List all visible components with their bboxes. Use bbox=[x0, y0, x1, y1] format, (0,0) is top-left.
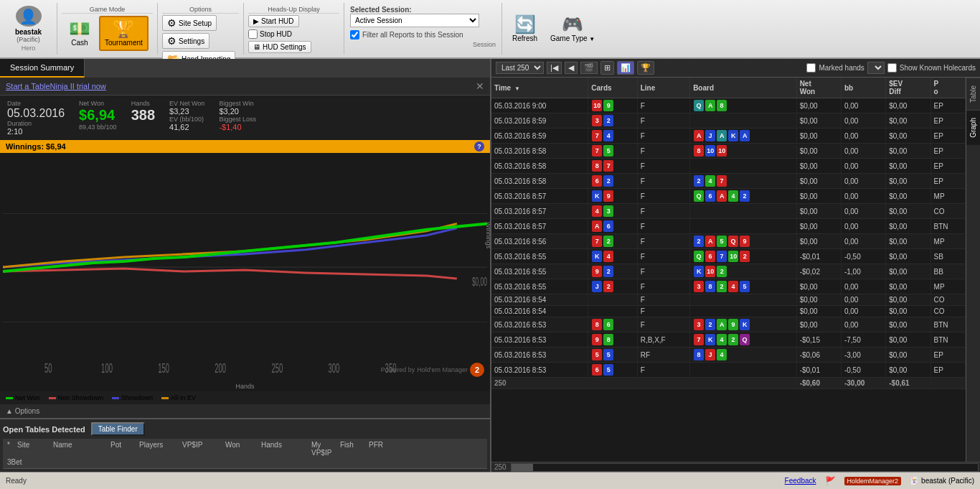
th-time[interactable]: Time ▼ bbox=[491, 78, 588, 98]
hand-pos: MP bbox=[930, 189, 965, 204]
hand-board bbox=[690, 294, 797, 306]
table-row[interactable]: 05.03.2016 8:54 F $0,00 0,00 $0,00 CO bbox=[491, 306, 966, 317]
card: 9 bbox=[603, 190, 613, 202]
toolbar: 👤 beastak (Pacific) Hero Game Mode 💵 Cas… bbox=[0, 0, 980, 59]
hands-table[interactable]: Time ▼ Cards Line Board NetWon bb $EVDif… bbox=[491, 78, 966, 462]
card: 6 bbox=[592, 364, 602, 376]
hand-time: 05.03.2016 8:57 bbox=[491, 219, 588, 234]
table-finder-button[interactable]: Table Finder bbox=[91, 422, 145, 436]
hand-time: 05.03.2016 8:57 bbox=[491, 189, 588, 204]
table-row[interactable]: 05.03.2016 8:53 98 R,B,X,F 7K42Q -$0,15 … bbox=[491, 332, 966, 348]
settings-button[interactable]: ⚙ Settings bbox=[162, 33, 209, 49]
legend-allin-ev-dot bbox=[161, 397, 169, 399]
status-text: Ready bbox=[6, 477, 779, 485]
last-hands-select[interactable]: Last 250 bbox=[496, 62, 544, 74]
start-hud-button[interactable]: ▶ Start HUD bbox=[248, 15, 299, 27]
session-select[interactable]: Active Session bbox=[350, 14, 479, 27]
th-cards[interactable]: Cards bbox=[588, 78, 637, 98]
table-row[interactable]: 05.03.2016 8:54 F $0,00 0,00 $0,00 CO bbox=[491, 294, 966, 306]
stop-hud-checkbox[interactable] bbox=[248, 29, 258, 39]
svg-text:150: 150 bbox=[158, 361, 169, 376]
table-row[interactable]: 05.03.2016 8:58 75 F 81010 $0,00 0,00 $0… bbox=[491, 144, 966, 159]
bottom-scroll[interactable]: 250 bbox=[491, 462, 980, 472]
table-row[interactable]: 05.03.2016 8:53 86 F 32A9K $0,00 0,00 $0… bbox=[491, 317, 966, 332]
card: 6 bbox=[603, 319, 613, 330]
th-net-won[interactable]: NetWon bbox=[796, 78, 841, 98]
th-ev-diff[interactable]: $EVDiff bbox=[886, 78, 930, 98]
grid-view-button[interactable]: ⊞ bbox=[600, 61, 614, 75]
chart-area: 50 100 150 200 250 300 350 $0,00 Winning… bbox=[0, 153, 490, 383]
table-row[interactable]: 05.03.2016 8:58 62 F 247 $0,00 0,00 $0,0… bbox=[491, 174, 966, 189]
game-type-button[interactable]: 🎮 Game Type ▼ bbox=[546, 13, 599, 45]
feedback-link[interactable]: Feedback bbox=[785, 477, 816, 485]
table-row[interactable]: 05.03.2016 8:57 K9 F Q6A42 $0,00 0,00 $0… bbox=[491, 189, 966, 204]
th-line[interactable]: Line bbox=[637, 78, 689, 98]
marked-hands-checkbox[interactable] bbox=[806, 63, 816, 73]
hand-pos: EP bbox=[930, 159, 965, 174]
graph-tab[interactable]: Graph bbox=[966, 110, 980, 145]
card: K bbox=[740, 319, 750, 330]
site-setup-button[interactable]: ⚙ Site Setup bbox=[162, 15, 217, 31]
marked-hands-select[interactable] bbox=[867, 62, 885, 74]
card: 3 bbox=[694, 281, 704, 292]
session-summary-tab[interactable]: Session Summary bbox=[0, 59, 85, 78]
chart-legend: Net Won Non Showdown Showdown All-In EV bbox=[0, 391, 490, 404]
hud-settings-button[interactable]: 🖥 HUD Settings bbox=[248, 41, 311, 53]
hand-pos: EP bbox=[930, 98, 965, 113]
show-holecards-checkbox[interactable] bbox=[887, 63, 897, 73]
options-bar[interactable]: ▲ Options bbox=[0, 404, 490, 418]
hand-time: 05.03.2016 8:54 bbox=[491, 306, 588, 317]
hand-ev-diff: $0,00 bbox=[886, 264, 930, 279]
bar-view-button[interactable]: 📊 bbox=[617, 61, 634, 75]
trophy-view-button[interactable]: 🏆 bbox=[637, 61, 654, 75]
table-row[interactable]: 05.03.2016 8:58 87 F $0,00 0,00 $0,00 EP bbox=[491, 159, 966, 174]
hand-bb: 0,00 bbox=[841, 144, 885, 159]
hand-line: F bbox=[637, 159, 689, 174]
winnings-help-button[interactable]: ? bbox=[474, 141, 484, 152]
table-row[interactable]: 05.03.2016 8:53 65 F -$0,01 -0,50 $0,00 … bbox=[491, 363, 966, 378]
table-tab[interactable]: Table bbox=[966, 78, 980, 110]
replay-button[interactable]: 🎬 bbox=[580, 62, 598, 74]
stop-hud-label: Stop HUD bbox=[260, 30, 292, 38]
table-row[interactable]: 05.03.2016 8:55 K4 F Q67102 -$0,01 -0,50… bbox=[491, 249, 966, 264]
horizontal-scrollbar[interactable] bbox=[511, 463, 979, 472]
th-bb[interactable]: bb bbox=[841, 78, 885, 98]
trial-close-button[interactable]: ✕ bbox=[476, 80, 484, 92]
open-tables-header: Open Tables Detected Table Finder bbox=[3, 422, 487, 436]
tournament-label: Tournament bbox=[105, 39, 143, 47]
nav-prev-button[interactable]: ◀ bbox=[565, 62, 578, 74]
table-row[interactable]: 05.03.2016 8:53 55 RF 8J4 -$0,06 -3,00 $… bbox=[491, 348, 966, 363]
hand-cards: 86 bbox=[588, 317, 637, 332]
table-row[interactable]: 05.03.2016 9:00 109 F QA8 $0,00 0,00 $0,… bbox=[491, 98, 966, 113]
net-won-value: $6,94 bbox=[79, 107, 115, 124]
scroll-handle[interactable] bbox=[512, 464, 533, 471]
refresh-button[interactable]: 🔄 Refresh bbox=[508, 13, 542, 45]
table-row[interactable]: 05.03.2016 8:55 J2 F 38245 $0,00 0,00 $0… bbox=[491, 279, 966, 294]
game-type-icon: 🎮 bbox=[562, 16, 583, 33]
th-pos[interactable]: Po bbox=[930, 78, 965, 98]
table-row[interactable]: 05.03.2016 8:57 A6 F $0,00 0,00 $0,00 BT… bbox=[491, 219, 966, 234]
net-won-label: Net Won bbox=[79, 100, 104, 107]
table-row[interactable]: 05.03.2016 8:57 43 F $0,00 0,00 $0,00 CO bbox=[491, 204, 966, 219]
table-row[interactable]: 05.03.2016 8:56 72 F 2A5Q9 $0,00 0,00 $0… bbox=[491, 234, 966, 249]
card: 7 bbox=[592, 145, 602, 157]
table-header-row: Time ▼ Cards Line Board NetWon bb $EVDif… bbox=[491, 78, 966, 98]
hand-time: 05.03.2016 8:55 bbox=[491, 249, 588, 264]
hand-time: 05.03.2016 8:54 bbox=[491, 294, 588, 306]
th-board[interactable]: Board bbox=[690, 78, 797, 98]
hand-line: RF bbox=[637, 348, 689, 363]
table-row[interactable]: 05.03.2016 8:59 32 F $0,00 0,00 $0,00 EP bbox=[491, 113, 966, 129]
stop-hud-button[interactable]: Stop HUD bbox=[248, 29, 292, 39]
table-row[interactable]: 05.03.2016 8:59 74 F AJAKA $0,00 0,00 $0… bbox=[491, 129, 966, 144]
trial-link[interactable]: Start a TableNinja II trial now bbox=[6, 82, 106, 90]
hand-pos: CO bbox=[930, 204, 965, 219]
cash-button[interactable]: 💵 Cash bbox=[62, 17, 98, 50]
filter-checkbox[interactable] bbox=[350, 30, 359, 39]
tournament-button[interactable]: 🏆 Tournament bbox=[99, 16, 149, 51]
hand-cards: A6 bbox=[588, 219, 637, 234]
hand-line: R,B,X,F bbox=[637, 332, 689, 348]
user-name: beastak (Pacific) bbox=[921, 477, 974, 485]
hero-section: 👤 beastak (Pacific) Hero bbox=[0, 3, 57, 55]
nav-first-button[interactable]: |◀ bbox=[547, 62, 562, 74]
table-row[interactable]: 05.03.2016 8:55 92 F K102 -$0,02 -1,00 $… bbox=[491, 264, 966, 279]
